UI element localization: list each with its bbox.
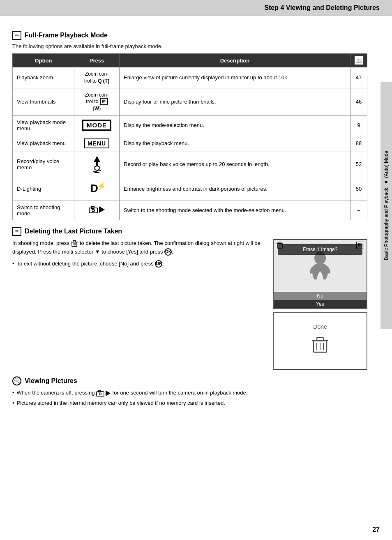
viewing-icon: 🔍 <box>12 376 21 385</box>
svg-rect-8 <box>91 206 94 208</box>
desc-cell: Switch to the shooting mode selected wit… <box>120 201 350 220</box>
viewing-section-header: 🔍 Viewing Pictures <box>12 376 367 385</box>
mode-button: MODE <box>82 120 111 131</box>
screen-person <box>274 251 367 284</box>
table-row: View playback mode menu MODE Display the… <box>13 115 367 135</box>
sidebar-text: Basic Photography and Playback: ■ (Auto)… <box>381 147 392 264</box>
menu-opt-yes: Yes <box>274 300 367 308</box>
camera-svg <box>89 206 98 213</box>
desc-cell: Display the mode-selection menu. <box>120 115 350 135</box>
desc-cell: Enlarge view of picture currently displa… <box>120 67 350 88</box>
dlighting-icon: D ⚡ <box>78 180 115 197</box>
svg-rect-19 <box>279 242 281 244</box>
viewing-bullet-2: • Pictures stored in the internal memory… <box>12 399 367 407</box>
main-content: ✏ Full-Frame Playback Mode The following… <box>0 16 380 418</box>
cam-icon-small <box>96 390 104 397</box>
page-cell: 9 <box>350 115 367 135</box>
svg-rect-23 <box>317 337 323 341</box>
done-trash-svg <box>310 335 330 355</box>
option-cell: Record/play voice memo <box>13 152 74 177</box>
deleting-icon: ✏ <box>12 227 21 236</box>
press-cell: MENU <box>74 135 120 152</box>
viewing-title: Viewing Pictures <box>25 377 77 385</box>
trash-inline-icon <box>71 240 78 247</box>
screen-menu-options: No Yes <box>274 292 367 308</box>
desc-cell: Display the playback menu. <box>120 135 350 152</box>
page-cell: 52 <box>350 152 367 177</box>
table-row: View playback menu MENU Display the play… <box>13 135 367 152</box>
option-cell: View thumbnails <box>13 88 74 115</box>
page-cell: – <box>350 201 367 220</box>
deleting-title: Deleting the Last Picture Taken <box>25 228 122 235</box>
done-label: Done <box>313 323 327 330</box>
svg-rect-13 <box>73 240 76 242</box>
book-icon: 📖 <box>355 56 363 65</box>
ok-circle-inline2: OK <box>155 260 162 268</box>
option-cell: Playback zoom <box>13 67 74 88</box>
zoom-w-control: Zoom con-trol to ⊞(W) <box>78 92 115 112</box>
page-number: 27 <box>372 526 380 533</box>
header-bar: Step 4 Viewing and Deleting Pictures <box>0 0 392 16</box>
camera-play-inline-icon <box>96 390 111 397</box>
viewing-section: 🔍 Viewing Pictures • When the camera is … <box>12 376 367 407</box>
press-cell: Zoom con-trol to Q (T) <box>74 67 120 88</box>
press-cell <box>74 201 120 220</box>
voice-memo-svg <box>89 155 105 173</box>
erase-dialog: Erase 1 Image? <box>278 244 362 255</box>
header-title: Step 4 Viewing and Deleting Pictures <box>264 4 380 11</box>
table-row: Switch to shooting mode <box>13 201 367 220</box>
svg-marker-0 <box>94 156 100 162</box>
press-cell: D ⚡ <box>74 177 120 201</box>
side-tab: Basic Photography and Playback: ■ (Auto)… <box>380 82 392 329</box>
deleting-images: IN <box>273 239 367 370</box>
press-cell <box>74 152 120 177</box>
done-trash-icon <box>310 335 330 358</box>
table-row: Playback zoom Zoom con-trol to Q (T) Enl… <box>13 67 367 88</box>
desc-cell: Record or play back voice memos up to 20… <box>120 152 350 177</box>
play-icon-small <box>105 390 111 397</box>
option-cell: Switch to shooting mode <box>13 201 74 220</box>
deleting-body: In shooting mode, press to delete the la… <box>12 239 265 256</box>
page-cell: 50 <box>350 177 367 201</box>
option-cell: View playback menu <box>13 135 74 152</box>
svg-point-9 <box>92 209 95 212</box>
deleting-section-header: ✏ Deleting the Last Picture Taken <box>12 227 367 236</box>
th-page: 📖 <box>350 54 367 67</box>
svg-point-29 <box>99 393 101 395</box>
page-cell: 88 <box>350 135 367 152</box>
play-svg <box>99 206 105 213</box>
zoom-t-control: Zoom con-trol to Q (T) <box>78 71 115 85</box>
menu-opt-no: No <box>274 292 367 300</box>
ok-circle-inline: OK <box>164 248 172 256</box>
options-table: Option Press Description 📖 Playback zoom… <box>12 53 367 220</box>
th-press: Press <box>74 54 120 67</box>
fullframe-title: Full-Frame Playback Mode <box>25 32 108 39</box>
erase-dialog-screen: IN <box>273 239 367 309</box>
fullframe-section-header: ✏ Full-Frame Playback Mode <box>12 31 367 40</box>
dlighting-svg: D ⚡ <box>90 180 104 195</box>
fullframe-subtitle: The following options are available in f… <box>12 43 367 49</box>
option-cell: D-Lighting <box>13 177 74 201</box>
page-cell: 46 <box>350 88 367 115</box>
option-cell: View playback mode menu <box>13 115 74 135</box>
deleting-content: In shooting mode, press to delete the la… <box>12 239 367 370</box>
erase-dialog-text: Erase 1 Image? <box>303 247 338 252</box>
done-screen: Done <box>273 312 367 370</box>
viewing-bullet-2-text: Pictures stored in the internal memory c… <box>17 399 225 407</box>
th-option: Option <box>13 54 74 67</box>
table-row: D-Lighting D ⚡ Enhance brightness and co… <box>13 177 367 201</box>
svg-rect-1 <box>96 162 98 166</box>
table-row: View thumbnails Zoom con-trol to ⊞(W) Di… <box>13 88 367 115</box>
svg-rect-28 <box>98 390 101 392</box>
viewing-bullets: • When the camera is off, pressing <box>12 389 367 407</box>
deleting-text: In shooting mode, press to delete the la… <box>12 239 265 370</box>
page: Step 4 Viewing and Deleting Pictures Bas… <box>0 0 392 540</box>
deleting-section: ✏ Deleting the Last Picture Taken In sho… <box>12 227 367 370</box>
svg-text:⚡: ⚡ <box>97 182 104 191</box>
fullframe-icon: ✏ <box>12 31 21 40</box>
svg-marker-30 <box>106 390 111 396</box>
svg-rect-2 <box>94 166 100 170</box>
press-cell: Zoom con-trol to ⊞(W) <box>74 88 120 115</box>
deleting-bullet: • To exit without deleting the picture, … <box>12 260 265 268</box>
person-silhouette <box>304 251 337 284</box>
